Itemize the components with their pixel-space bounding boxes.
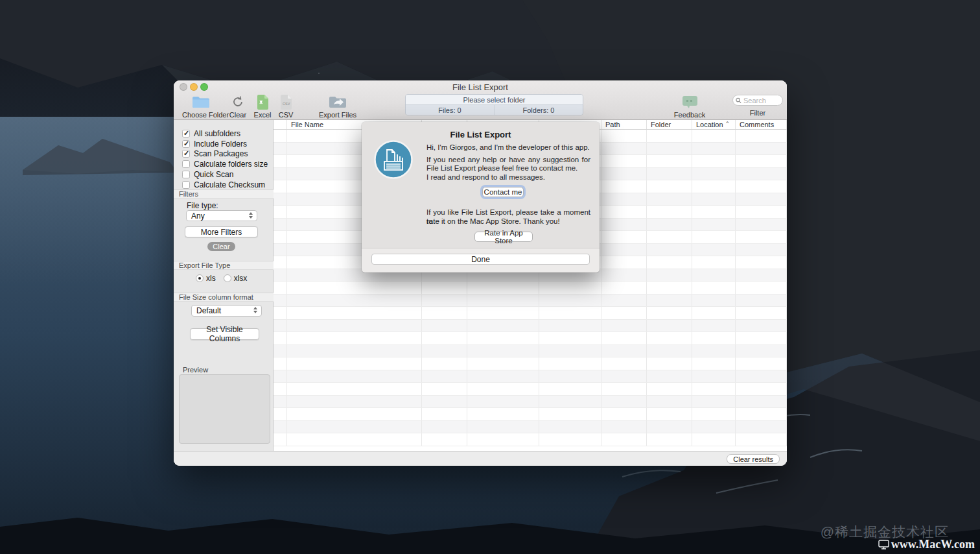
contact-me-button[interactable]: Contact me (482, 187, 524, 197)
clear-filters-button[interactable]: Clear (207, 242, 235, 251)
table-row[interactable] (274, 383, 787, 396)
table-row[interactable] (274, 396, 787, 409)
checkbox-row[interactable]: All subfolders (182, 128, 268, 139)
table-cell (274, 143, 287, 155)
table-cell (274, 130, 287, 142)
checkbox-row[interactable]: Calculate Checksum (182, 180, 268, 190)
table-cell (274, 408, 287, 420)
set-visible-columns-button[interactable]: Set Visible Columns (190, 328, 259, 340)
table-row[interactable] (274, 307, 787, 320)
checkbox-row[interactable]: Quick Scan (182, 169, 268, 180)
search-field[interactable] (732, 95, 783, 106)
table-cell (422, 320, 467, 332)
table-row[interactable] (274, 345, 787, 358)
clear-results-button[interactable]: Clear results (727, 454, 780, 464)
file-size-format-select[interactable]: Default (191, 305, 262, 317)
checkbox-row[interactable]: Include Folders (182, 139, 268, 149)
table-row[interactable] (274, 421, 787, 434)
column-header-path[interactable]: Path (601, 120, 647, 129)
table-row[interactable] (274, 433, 787, 446)
app-window: File List Export Choose Folder (174, 80, 787, 466)
table-cell (736, 370, 787, 383)
table-cell (274, 332, 287, 344)
table-cell (601, 357, 647, 370)
table-cell (736, 143, 787, 155)
excel-export-button[interactable]: Excel (251, 94, 274, 119)
table-cell (539, 370, 601, 383)
radio-button[interactable] (196, 274, 204, 282)
table-row[interactable] (274, 320, 787, 333)
csv-export-button[interactable]: CSV CSV (275, 94, 296, 119)
table-cell (647, 383, 692, 395)
table-row[interactable] (274, 282, 787, 295)
table-row[interactable] (274, 332, 787, 345)
table-cell (601, 231, 647, 243)
checkbox[interactable] (182, 171, 190, 178)
table-cell (692, 244, 736, 256)
checkbox-row[interactable]: Calculate folders size (182, 159, 268, 169)
column-header-label: Folder (651, 121, 671, 128)
table-cell (736, 282, 787, 294)
table-cell (274, 193, 287, 206)
titlebar[interactable]: File List Export (174, 80, 787, 93)
table-cell (736, 180, 787, 193)
column-header-comments[interactable]: Comments (736, 120, 787, 129)
table-cell (422, 332, 467, 344)
table-cell (274, 383, 287, 395)
feedback-button[interactable]: Feedback (668, 94, 712, 119)
checkbox-row[interactable]: Scan Packages (182, 149, 268, 160)
table-cell (274, 219, 287, 231)
column-header-folder[interactable]: Folder (647, 120, 692, 129)
csv-document-icon: CSV (275, 94, 296, 110)
table-cell (274, 421, 287, 433)
table-cell (467, 370, 539, 383)
scan-status-panel: Please select folder Files: 0 Folders: 0 (405, 94, 583, 115)
radio-button[interactable] (224, 274, 231, 282)
table-cell (601, 269, 647, 282)
table-cell (601, 206, 647, 218)
table-cell (539, 421, 601, 433)
radio-label: xlsx (234, 274, 248, 283)
table-cell (539, 396, 601, 408)
updown-chevron-icon (253, 307, 259, 315)
table-cell (601, 256, 647, 269)
table-cell (736, 332, 787, 344)
choose-folder-button[interactable]: Choose Folder (182, 94, 220, 119)
filters-section-header: Filters (174, 189, 274, 199)
table-cell (647, 408, 692, 420)
column-header[interactable] (274, 120, 287, 129)
more-filters-button[interactable]: More Filters (185, 226, 258, 237)
radio-option[interactable]: xls (196, 274, 216, 283)
table-cell (274, 256, 287, 269)
checkbox[interactable] (182, 181, 190, 189)
column-header-label: Path (605, 121, 620, 128)
checkbox[interactable] (182, 160, 190, 168)
file-list-export-app-icon (374, 140, 413, 179)
table-cell (692, 433, 736, 446)
search-input[interactable] (743, 97, 780, 104)
done-button[interactable]: Done (371, 254, 590, 265)
column-header-location[interactable]: Location⌃ (692, 120, 736, 129)
window-title: File List Export (174, 82, 787, 92)
table-cell (647, 143, 692, 155)
table-row[interactable] (274, 295, 787, 307)
radio-option[interactable]: xlsx (224, 274, 248, 283)
table-row[interactable] (274, 370, 787, 383)
checkbox[interactable] (182, 140, 190, 148)
table-row[interactable] (274, 408, 787, 421)
checkbox[interactable] (182, 150, 190, 158)
table-cell (647, 193, 692, 206)
table-cell (736, 357, 787, 370)
clear-button[interactable]: Clear (227, 94, 249, 119)
table-row[interactable] (274, 357, 787, 370)
file-type-select[interactable]: Any (186, 210, 257, 221)
table-cell (736, 193, 787, 206)
export-files-button[interactable]: Export Files (319, 94, 356, 119)
table-cell (287, 282, 422, 294)
table-cell (467, 332, 539, 344)
table-cell (736, 206, 787, 218)
checkbox[interactable] (182, 130, 190, 138)
rate-in-app-store-button[interactable]: Rate in App Store (474, 232, 533, 242)
table-cell (692, 269, 736, 282)
radio-label: xls (206, 274, 216, 283)
